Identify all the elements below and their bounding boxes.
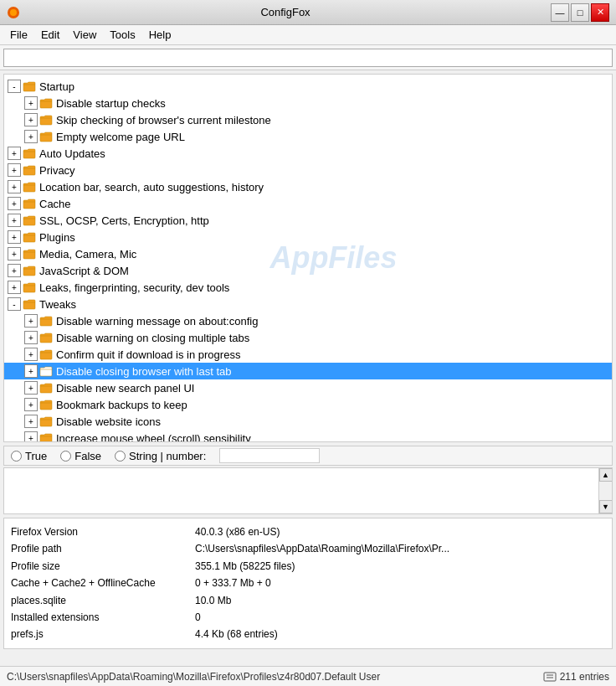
expand-btn[interactable]: + bbox=[24, 96, 38, 110]
expand-btn[interactable]: + bbox=[24, 415, 38, 428]
expand-btn[interactable]: + bbox=[8, 163, 21, 177]
info-row: Profile size355.1 Mb (58225 files) bbox=[11, 558, 605, 575]
expand-btn[interactable]: + bbox=[24, 398, 38, 411]
tree-item[interactable]: + Disable website icons bbox=[4, 413, 612, 430]
tree-item-label: Skip checking of browser's current miles… bbox=[56, 114, 271, 126]
tree-item[interactable]: + Disable warning on closing multiple ta… bbox=[4, 329, 612, 346]
tree-item[interactable]: + Leaks, fingerprinting, security, dev t… bbox=[4, 279, 612, 296]
menu-file[interactable]: File bbox=[3, 26, 34, 44]
scroll-down-arrow[interactable]: ▼ bbox=[599, 500, 613, 513]
radio-true-label: True bbox=[25, 450, 47, 462]
expand-btn[interactable]: + bbox=[8, 264, 21, 277]
expand-btn[interactable]: + bbox=[24, 130, 38, 143]
info-row: Installed extensions0 bbox=[11, 609, 605, 626]
tree-item[interactable]: + Increase mouse wheel (scroll) sensibil… bbox=[4, 430, 612, 441]
window-title: ConfigFox bbox=[20, 6, 551, 18]
tree-item[interactable]: - Tweaks bbox=[4, 296, 612, 312]
folder-icon bbox=[39, 315, 53, 327]
menu-tools[interactable]: Tools bbox=[103, 26, 141, 44]
tree-item-label: Disable website icons bbox=[56, 415, 161, 428]
radio-false[interactable]: False bbox=[60, 450, 101, 462]
folder-icon bbox=[23, 147, 36, 159]
radio-false-input[interactable] bbox=[60, 451, 71, 462]
tree-item[interactable]: + Disable startup checks bbox=[4, 95, 612, 111]
expand-btn[interactable]: + bbox=[24, 348, 38, 361]
folder-icon bbox=[23, 164, 36, 176]
tree-item[interactable]: + Empty welcome page URL bbox=[4, 128, 612, 145]
tree-item[interactable]: + JavaScript & DOM bbox=[4, 262, 612, 279]
menu-edit[interactable]: Edit bbox=[34, 26, 66, 44]
info-value: 10.0 Mb bbox=[195, 592, 231, 609]
tree-item-label: Disable closing browser with last tab bbox=[56, 365, 232, 378]
folder-icon bbox=[39, 332, 53, 343]
expand-btn[interactable]: + bbox=[8, 281, 21, 294]
value-panel: ▲ ▼ bbox=[3, 467, 613, 514]
expand-btn[interactable]: + bbox=[24, 364, 38, 378]
tree-item-label: JavaScript & DOM bbox=[39, 265, 129, 277]
expand-btn[interactable]: + bbox=[24, 314, 38, 328]
expand-btn[interactable]: + bbox=[8, 180, 21, 193]
tree-item-label: Tweaks bbox=[39, 298, 76, 311]
tree-item-label: Plugins bbox=[39, 231, 75, 244]
expand-btn[interactable]: + bbox=[24, 381, 38, 395]
info-value: C:\Users\snapfiles\AppData\Roaming\Mozil… bbox=[195, 540, 449, 557]
expand-btn[interactable]: + bbox=[24, 431, 38, 441]
tree-item[interactable]: + Location bar, search, auto suggestions… bbox=[4, 178, 612, 195]
menu-help[interactable]: Help bbox=[142, 26, 178, 44]
expand-btn[interactable]: + bbox=[8, 247, 21, 260]
expand-btn[interactable]: + bbox=[24, 113, 38, 126]
expand-btn[interactable]: + bbox=[24, 331, 38, 344]
radio-true[interactable]: True bbox=[11, 450, 47, 462]
tree-item[interactable]: + Plugins bbox=[4, 229, 612, 245]
minimize-button[interactable]: — bbox=[551, 3, 569, 22]
tree-item[interactable]: + Cache bbox=[4, 195, 612, 212]
menu-view[interactable]: View bbox=[66, 26, 103, 44]
svg-point-1 bbox=[10, 9, 17, 16]
folder-icon bbox=[23, 198, 36, 209]
radio-string[interactable]: String | number: bbox=[115, 450, 206, 462]
info-value: 355.1 Mb (58225 files) bbox=[195, 558, 295, 575]
tree-item[interactable]: + Media, Camera, Mic bbox=[4, 245, 612, 262]
svg-rect-2 bbox=[544, 673, 556, 681]
tree-item[interactable]: + SSL, OCSP, Certs, Encryption, http bbox=[4, 212, 612, 229]
tree-scroll[interactable]: - Startup+ Disable startup checks+ Skip … bbox=[4, 75, 612, 441]
radio-true-input[interactable] bbox=[11, 451, 22, 462]
expand-btn[interactable]: + bbox=[8, 230, 21, 244]
close-button[interactable]: ✕ bbox=[591, 3, 609, 22]
expand-btn[interactable]: + bbox=[8, 214, 21, 227]
folder-icon bbox=[39, 382, 53, 394]
folder-icon bbox=[23, 298, 36, 310]
radio-string-input[interactable] bbox=[115, 451, 126, 462]
folder-icon bbox=[23, 281, 36, 293]
tree-item[interactable]: - Startup bbox=[4, 78, 612, 95]
tree-item[interactable]: + Privacy bbox=[4, 162, 612, 178]
status-entries: 211 entries bbox=[560, 671, 609, 683]
expand-btn[interactable]: + bbox=[8, 197, 21, 210]
maximize-button[interactable]: □ bbox=[571, 3, 589, 22]
tree-panel: AppFiles - Startup+ Disable startup chec… bbox=[3, 74, 613, 442]
info-label: Cache + Cache2 + OfflineCache bbox=[11, 575, 195, 591]
info-row: Cache + Cache2 + OfflineCache0 + 333.7 M… bbox=[11, 575, 605, 591]
tree-item-label: Auto Updates bbox=[39, 147, 105, 160]
tree-item[interactable]: + Disable closing browser with last tab bbox=[4, 363, 612, 379]
expand-btn[interactable]: - bbox=[8, 80, 21, 93]
main-content: AppFiles - Startup+ Disable startup chec… bbox=[0, 70, 616, 666]
tree-item[interactable]: + Disable new search panel UI bbox=[4, 379, 612, 396]
tree-item[interactable]: + Bookmark backups to keep bbox=[4, 396, 612, 413]
info-row: prefs.js4.4 Kb (68 entries) bbox=[11, 626, 605, 642]
folder-icon bbox=[39, 365, 53, 377]
expand-btn[interactable]: + bbox=[8, 147, 21, 160]
tree-item[interactable]: + Skip checking of browser's current mil… bbox=[4, 111, 612, 128]
info-label: places.sqlite bbox=[11, 592, 195, 609]
tree-item-label: Disable startup checks bbox=[56, 97, 166, 110]
tree-item[interactable]: + Disable warning message on about:confi… bbox=[4, 312, 612, 329]
search-input[interactable] bbox=[3, 49, 613, 67]
tree-item-label: Disable warning on closing multiple tabs bbox=[56, 332, 249, 344]
string-value-input[interactable] bbox=[219, 448, 320, 463]
expand-btn[interactable]: - bbox=[8, 297, 21, 311]
tree-item[interactable]: + Confirm quit if download is in progres… bbox=[4, 346, 612, 363]
scroll-up-arrow[interactable]: ▲ bbox=[599, 468, 613, 482]
value-scrollbar: ▲ ▼ bbox=[598, 468, 612, 513]
tree-item[interactable]: + Auto Updates bbox=[4, 145, 612, 162]
window-controls: — □ ✕ bbox=[551, 3, 609, 22]
